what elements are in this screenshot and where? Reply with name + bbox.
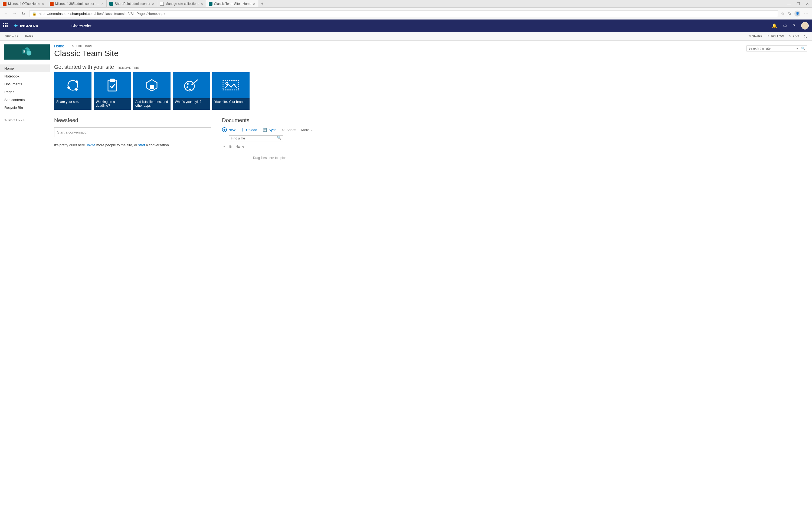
close-icon[interactable]: ×	[201, 2, 203, 6]
clipboard-check-icon	[94, 72, 131, 98]
browser-tab[interactable]: Microsoft 365 admin center - M… ×	[47, 0, 107, 7]
nav-notebook[interactable]: Notebook	[0, 72, 50, 80]
documents-header-row: ✓ 🗎 Name	[222, 145, 319, 149]
browser-tab-strip: Microsoft Office Home × Microsoft 365 ad…	[0, 0, 812, 7]
column-name[interactable]: Name	[235, 145, 244, 149]
breadcrumb-home[interactable]: Home	[54, 44, 64, 48]
reading-list-icon[interactable]: ⧉	[788, 11, 791, 16]
close-icon[interactable]: ×	[101, 2, 103, 6]
find-file-box: 🔍	[229, 135, 283, 141]
edit-links-button[interactable]: ✎ EDIT LINKS	[0, 116, 50, 124]
documents-empty-text: Drag files here to upload	[222, 156, 319, 160]
main-column: Home ✎ EDIT LINKS Classic Team Site Get …	[50, 41, 812, 160]
remove-this-button[interactable]: REMOVE THIS	[118, 66, 139, 69]
search-icon[interactable]: 🔍	[275, 136, 283, 141]
refresh-button[interactable]: ↻	[21, 11, 26, 16]
back-button[interactable]: ←	[3, 11, 9, 16]
svg-rect-7	[150, 85, 154, 89]
site-search: ▾ 🔍	[747, 46, 807, 51]
browser-tab[interactable]: Microsoft Office Home ×	[0, 0, 47, 7]
tile-add-apps[interactable]: Add lists, libraries, and other apps.	[133, 72, 170, 110]
help-icon[interactable]: ?	[793, 23, 795, 28]
svg-point-11	[189, 88, 191, 90]
browser-tab-active[interactable]: Classic Team Site - Home ×	[206, 0, 258, 7]
search-scope-dropdown[interactable]: ▾	[795, 47, 800, 50]
breadcrumb-edit-links[interactable]: ✎ EDIT LINKS	[72, 45, 92, 48]
svg-rect-5	[110, 79, 114, 82]
upload-button[interactable]: ⭡Upload	[241, 128, 257, 132]
ribbon-tab-page[interactable]: PAGE	[25, 35, 33, 38]
notifications-icon[interactable]: 🔔	[772, 23, 777, 28]
focus-button[interactable]: ⛶	[804, 35, 807, 38]
more-menu[interactable]: More⌄	[301, 128, 313, 132]
nav-site-contents[interactable]: Site contents	[0, 96, 50, 104]
favorite-icon[interactable]: ☆	[781, 11, 784, 16]
svg-point-1	[76, 80, 78, 83]
office-icon	[50, 2, 54, 6]
tab-title: SharePoint admin center	[115, 2, 150, 6]
minimize-button[interactable]: —	[784, 2, 793, 6]
svg-point-13	[226, 82, 228, 84]
select-all-checkbox[interactable]: ✓	[223, 145, 226, 149]
edit-button[interactable]: ✎EDIT	[789, 34, 799, 38]
close-icon[interactable]: ×	[253, 2, 255, 6]
more-icon[interactable]: ···	[804, 11, 809, 16]
page-icon	[160, 2, 164, 6]
sync-icon: 🔄	[262, 128, 267, 132]
svg-point-9	[187, 83, 189, 85]
app-name: SharePoint	[71, 24, 91, 28]
sync-button[interactable]: 🔄Sync	[262, 128, 276, 132]
tile-style[interactable]: What's your style?	[173, 72, 210, 110]
profile-avatar[interactable]: 👤	[794, 10, 800, 17]
url-field[interactable]: 🔒 https://demoinspark.sharepoint.com/sit…	[29, 10, 778, 17]
brand-star-icon: ✦	[13, 23, 19, 29]
svg-point-3	[75, 88, 78, 91]
ribbon-tab-browse[interactable]: BROWSE	[5, 35, 19, 38]
find-file-input[interactable]	[229, 136, 275, 141]
nav-home[interactable]: Home	[0, 64, 50, 72]
nav-recycle-bin[interactable]: Recycle Bin	[0, 104, 50, 111]
new-tab-button[interactable]: +	[258, 0, 266, 7]
share-icon: ↻	[282, 128, 285, 132]
pencil-icon: ✎	[4, 119, 7, 122]
tile-share-site[interactable]: Share your site.	[54, 72, 91, 110]
share-button[interactable]: ↻SHARE	[748, 34, 762, 38]
url-text: https://demoinspark.sharepoint.com/sites…	[39, 11, 165, 16]
nav-documents[interactable]: Documents	[0, 80, 50, 88]
browser-tab[interactable]: SharePoint admin center ×	[107, 0, 157, 7]
follow-button[interactable]: ☆FOLLOW	[767, 34, 784, 38]
tile-brand[interactable]: Your site. Your brand.	[212, 72, 250, 110]
share-icon: ↻	[748, 34, 751, 38]
tile-caption: Add lists, libraries, and other apps.	[133, 98, 170, 110]
tenant-brand: ✦ INSPARK	[13, 23, 39, 29]
tile-caption: Your site. Your brand.	[212, 98, 250, 110]
start-link[interactable]: start	[138, 143, 145, 147]
star-icon: ☆	[767, 34, 770, 38]
close-icon[interactable]: ×	[152, 2, 154, 6]
close-icon[interactable]: ×	[42, 2, 44, 6]
lock-icon: 🔒	[32, 11, 36, 16]
forward-button[interactable]: →	[12, 11, 17, 16]
share-doc-button[interactable]: ↻Share	[282, 128, 296, 132]
new-button[interactable]: +New	[222, 127, 235, 132]
app-launcher-icon[interactable]	[3, 23, 9, 28]
search-input[interactable]	[747, 46, 795, 51]
sharepoint-icon	[209, 2, 213, 6]
site-logo[interactable]: S	[4, 45, 50, 59]
tile-caption: Working on a deadline?	[94, 98, 131, 110]
newsfeed-empty-text: It's pretty quiet here. Invite more peop…	[54, 143, 211, 147]
user-avatar[interactable]	[801, 22, 809, 29]
tab-title: Manage site collections	[165, 2, 199, 6]
maximize-button[interactable]: ❐	[793, 2, 803, 6]
page-body: S Home Notebook Documents Pages Site con…	[0, 41, 812, 160]
start-conversation-input[interactable]: Start a conversation	[54, 127, 211, 137]
settings-icon[interactable]: ⚙	[783, 23, 787, 28]
window-controls: — ❐ ✕	[784, 0, 812, 7]
palette-icon	[173, 72, 210, 98]
browser-tab[interactable]: Manage site collections ×	[157, 0, 206, 7]
tile-deadline[interactable]: Working on a deadline?	[94, 72, 131, 110]
invite-link[interactable]: Invite	[87, 143, 95, 147]
close-window-button[interactable]: ✕	[803, 2, 812, 6]
search-icon[interactable]: 🔍	[800, 47, 807, 50]
nav-pages[interactable]: Pages	[0, 88, 50, 96]
